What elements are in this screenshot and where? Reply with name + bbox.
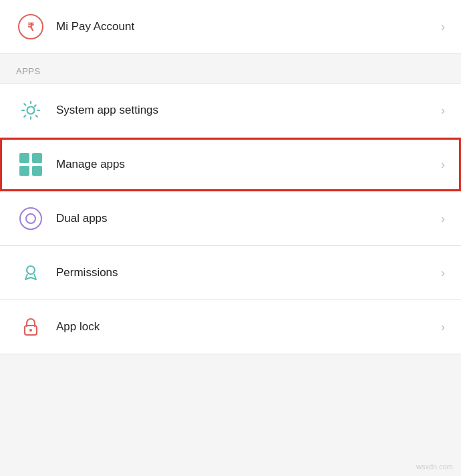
- system-app-settings-item[interactable]: System app settings ›: [0, 84, 461, 137]
- manage-apps-chevron-icon: ›: [441, 158, 445, 172]
- app-lock-item[interactable]: App lock ›: [0, 300, 461, 354]
- gear-icon: [19, 99, 42, 122]
- mi-pay-icon: ₹: [18, 14, 43, 39]
- manage-apps-icon: [19, 153, 42, 176]
- app-lock-label: App lock: [56, 320, 441, 334]
- manage-apps-item[interactable]: Manage apps ›: [0, 138, 461, 191]
- dual-apps-chevron-icon: ›: [441, 212, 445, 226]
- app-lock-chevron-icon: ›: [441, 320, 445, 334]
- system-app-settings-label: System app settings: [56, 104, 441, 117]
- dual-apps-icon-wrapper: [16, 204, 45, 233]
- svg-point-0: [27, 107, 35, 114]
- app-lock-icon-wrapper: [16, 312, 45, 342]
- app-lock-icon: [19, 316, 42, 338]
- mi-pay-account-label: Mi Pay Account: [56, 20, 441, 33]
- settings-screen: ₹ Mi Pay Account › APPS System app setti…: [0, 0, 461, 476]
- permissions-icon-wrapper: [16, 258, 45, 287]
- mi-pay-chevron-icon: ›: [441, 20, 445, 34]
- gear-icon-wrapper: [16, 96, 45, 125]
- svg-point-3: [29, 329, 32, 332]
- dual-apps-item[interactable]: Dual apps ›: [0, 192, 461, 245]
- mi-pay-account-item[interactable]: ₹ Mi Pay Account ›: [0, 0, 461, 53]
- dual-apps-label: Dual apps: [56, 212, 441, 225]
- apps-section-header: APPS: [0, 54, 461, 83]
- watermark: wsxdn.com: [416, 463, 453, 471]
- dual-apps-icon: [19, 207, 42, 230]
- system-app-settings-chevron-icon: ›: [441, 104, 445, 118]
- manage-apps-label: Manage apps: [56, 158, 441, 171]
- permissions-label: Permissions: [56, 266, 441, 279]
- svg-point-1: [27, 266, 35, 274]
- divider-after-app-lock: [0, 354, 461, 354]
- permissions-chevron-icon: ›: [441, 266, 445, 280]
- mi-pay-icon-wrapper: ₹: [16, 12, 45, 41]
- grid-icon-wrapper: [16, 150, 45, 179]
- permissions-item[interactable]: Permissions ›: [0, 246, 461, 300]
- permissions-icon: [19, 261, 42, 284]
